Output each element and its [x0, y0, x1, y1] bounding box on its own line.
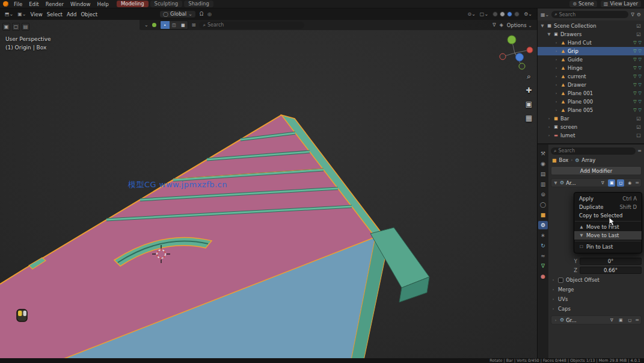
- workspace-tab-shading[interactable]: Shading: [184, 1, 213, 7]
- breadcrumb-object[interactable]: Box: [559, 157, 569, 163]
- modifier-second-header[interactable]: › ⚙ Gr... ∇ ▣ ◻ ≡: [551, 315, 642, 324]
- tab-object-data-icon[interactable]: ∇: [538, 262, 548, 270]
- mesh-data-icon[interactable]: ▽: [633, 49, 636, 54]
- menu-item-move-to-first[interactable]: ▲ Move to First: [574, 223, 642, 231]
- select-vertex-icon[interactable]: ∙: [161, 21, 170, 29]
- outliner-row-guide[interactable]: › ▲ Guide ▽▽: [538, 55, 644, 64]
- expand-icon[interactable]: ›: [554, 74, 559, 79]
- expand-icon[interactable]: ›: [554, 57, 559, 62]
- tab-render-icon[interactable]: ◉: [538, 160, 548, 168]
- outliner-row-grip[interactable]: › ▲ Grip ▽▽: [538, 47, 644, 55]
- editor-type-icon[interactable]: ⬒⌄: [5, 11, 13, 17]
- tab-world-icon[interactable]: ◯: [538, 200, 548, 209]
- shield-icon[interactable]: ◈: [500, 22, 503, 28]
- properties-filter-icon[interactable]: ≡: [637, 148, 642, 154]
- expand-icon[interactable]: ›: [547, 133, 551, 138]
- mesh-data-icon[interactable]: ▽: [633, 74, 636, 79]
- expand-icon[interactable]: ▼: [547, 32, 551, 37]
- menu-item-pin-to-last[interactable]: ☐ Pin to Last: [574, 243, 642, 251]
- tab-modifiers-icon[interactable]: ⚙: [538, 221, 548, 229]
- menu-item-duplicate[interactable]: Duplicate Shift D: [574, 203, 642, 211]
- tab-object-icon[interactable]: ■: [538, 211, 548, 219]
- outliner-row-plane-005[interactable]: › ▲ Plane 005 ▽▽: [538, 106, 644, 114]
- offset-y-field[interactable]: 0°: [580, 258, 642, 265]
- modifier-icon[interactable]: ▽: [639, 99, 642, 104]
- tab-view-layer-icon[interactable]: ▥: [538, 180, 548, 188]
- collection-checkbox[interactable]: ☑: [636, 32, 642, 37]
- tab-constraints-icon[interactable]: ≈: [538, 252, 548, 260]
- filter-icon[interactable]: ∇: [492, 22, 495, 28]
- viewport-canvas[interactable]: [0, 8, 537, 358]
- outliner-row-drawer[interactable]: › ▲ Drawer ▽▽: [538, 81, 644, 89]
- expand-icon[interactable]: ›: [554, 108, 559, 113]
- outliner-options-icon[interactable]: ⚙: [637, 12, 641, 17]
- workspace-tab-modeling[interactable]: Modeling: [117, 1, 149, 7]
- xray-toggle-icon[interactable]: ⊞: [192, 22, 196, 28]
- expand-icon[interactable]: ›: [551, 297, 556, 302]
- menu-window[interactable]: Window: [69, 1, 92, 7]
- shading-rendered-icon[interactable]: [514, 11, 520, 17]
- object-offset-checkbox[interactable]: [558, 278, 563, 283]
- outliner-filter-icon[interactable]: ∇: [631, 12, 634, 17]
- shading-wireframe-icon[interactable]: [492, 11, 498, 17]
- shading-material-icon[interactable]: [507, 11, 512, 17]
- mode-dropdown-icon[interactable]: ▣⌄: [17, 11, 26, 17]
- expand-icon[interactable]: ›: [551, 306, 556, 311]
- camera-view-icon[interactable]: ▣: [526, 100, 532, 108]
- expand-icon[interactable]: ›: [554, 66, 559, 70]
- outliner-row-current[interactable]: › ▲ current ▽▽: [538, 72, 644, 81]
- section-uvs[interactable]: › UVs: [551, 294, 642, 304]
- tool-search-box[interactable]: ⌕: [199, 22, 304, 29]
- toggle-onion-icon[interactable]: ◉: [626, 179, 633, 187]
- toggle-realtime-display-icon[interactable]: ▣: [617, 317, 624, 324]
- toggle-perspective-grid-icon[interactable]: ▦: [526, 114, 532, 122]
- zoom-icon[interactable]: ⌕: [527, 72, 531, 81]
- collapse-chevron-icon[interactable]: ›: [553, 318, 558, 323]
- expand-icon[interactable]: ›: [554, 99, 559, 104]
- cursor-tool-icon[interactable]: ▤: [22, 23, 29, 31]
- tab-scene-icon[interactable]: ⊚: [538, 190, 548, 199]
- proportional-edit-icon[interactable]: ◎: [207, 11, 212, 17]
- collection-checkbox[interactable]: ☑: [636, 116, 642, 122]
- menu-item-copy-to-selected[interactable]: Copy to Selected: [574, 211, 642, 220]
- outliner-row-hinge[interactable]: › ▲ Hinge ▽▽: [538, 64, 644, 72]
- toggle-realtime-display-icon[interactable]: ▣: [608, 179, 615, 187]
- section-merge[interactable]: › Merge: [551, 285, 642, 294]
- menu-edit[interactable]: Edit: [28, 1, 40, 7]
- expand-icon[interactable]: ›: [547, 116, 551, 121]
- mesh-data-icon[interactable]: ▽: [633, 108, 636, 113]
- menu-help[interactable]: Help: [96, 1, 109, 7]
- tweak-tool-icon[interactable]: ▣: [2, 23, 10, 31]
- menu-file[interactable]: File: [13, 1, 23, 7]
- tab-material-icon[interactable]: ●: [538, 272, 548, 281]
- snap-magnet-icon[interactable]: Ω: [200, 11, 203, 17]
- mesh-data-icon[interactable]: ▽: [633, 82, 636, 87]
- mesh-data-icon[interactable]: ▽: [633, 66, 636, 70]
- overlays-icon[interactable]: ▢⌄: [480, 11, 488, 17]
- expand-icon[interactable]: ›: [547, 125, 551, 129]
- outliner-row-scene-collection[interactable]: ▼ ▦ Scene Collection ☑: [538, 22, 644, 30]
- properties-search-box[interactable]: ⌕: [551, 147, 636, 155]
- outliner-row-plane-001[interactable]: › ▲ Plane 001 ▽▽: [538, 89, 644, 98]
- outliner-row-plane-000[interactable]: › ▲ Plane 000 ▽▽: [538, 98, 644, 106]
- outliner-search-input[interactable]: [559, 12, 626, 17]
- mesh-data-icon[interactable]: ▽: [633, 91, 636, 96]
- object-offset-row[interactable]: › Object Offset: [551, 275, 642, 285]
- offset-z-field[interactable]: 0.66°: [580, 267, 642, 274]
- tab-tool-icon[interactable]: ⚒: [538, 149, 548, 158]
- toggle-render-display-icon[interactable]: ◻: [617, 179, 624, 187]
- expand-icon[interactable]: ▼: [540, 23, 545, 28]
- toggle-edit-mode-display-icon[interactable]: ∇: [608, 317, 615, 324]
- mesh-data-icon[interactable]: ▽: [633, 57, 636, 62]
- modifier-icon[interactable]: ▽: [639, 49, 642, 54]
- vp-menu-object[interactable]: Object: [81, 11, 97, 17]
- modifier-icon[interactable]: ▽: [639, 57, 642, 62]
- add-modifier-button[interactable]: Add Modifier: [551, 166, 642, 175]
- select-box-tool-icon[interactable]: ▢: [12, 23, 20, 31]
- outliner-row-bar[interactable]: › ■ Bar ☑: [538, 114, 644, 123]
- modifier-extras-menu-icon[interactable]: ≡: [635, 317, 639, 323]
- toggle-edit-mode-display-icon[interactable]: ∇: [599, 179, 606, 187]
- tab-output-icon[interactable]: ▤: [538, 170, 548, 178]
- vp-menu-view[interactable]: View: [31, 11, 43, 17]
- transform-orientation-dropdown[interactable]: ◯ Global ⌄: [160, 11, 195, 17]
